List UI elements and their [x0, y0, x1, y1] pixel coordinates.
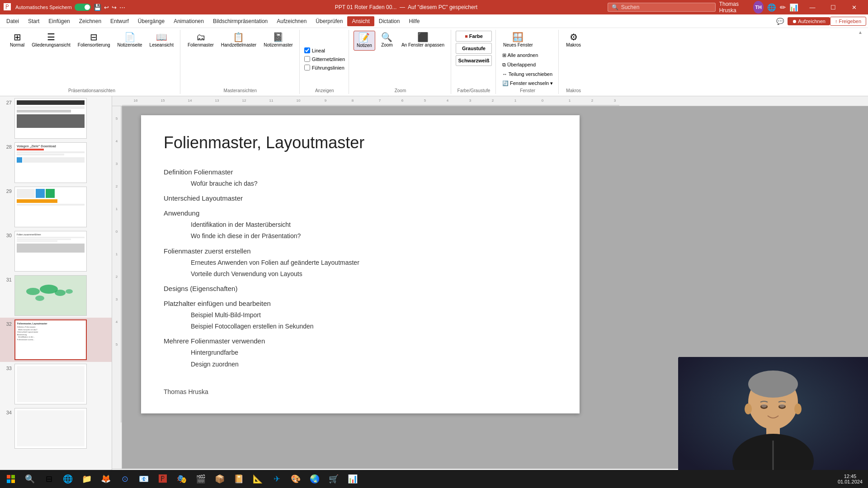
- graustufe-swatch[interactable]: Graustufe: [456, 43, 492, 54]
- slide-thumb-31[interactable]: 31: [0, 273, 112, 318]
- lineal-checkbox[interactable]: [304, 47, 310, 53]
- taskbar-onenote-btn[interactable]: 📔: [230, 471, 248, 487]
- ribbon-btn-zoom[interactable]: 🔍 Zoom: [377, 31, 397, 50]
- undo-icon[interactable]: ↩: [104, 4, 109, 11]
- ueberlappend-btn[interactable]: ⧉ Überlappend: [500, 61, 538, 69]
- autosave-toggle[interactable]: [75, 4, 91, 11]
- slide-thumb-28[interactable]: 28 Volagen „Ziele" Download: [0, 141, 112, 185]
- freigeben-button[interactable]: ↑ Freigeben: [830, 17, 866, 26]
- slide-thumb-30[interactable]: 30 Folien zusammenführen: [0, 229, 112, 273]
- slide-canvas[interactable]: Folienmaster, Layoutmaster Definition Fo…: [141, 115, 580, 413]
- farbe-swatch[interactable]: ■ Farbe: [456, 31, 492, 42]
- search-input[interactable]: [621, 4, 712, 10]
- slide-thumb-27[interactable]: 27: [0, 96, 112, 141]
- fuehr-checkbox[interactable]: [304, 65, 310, 70]
- taskbar-telegram-btn[interactable]: ✈: [268, 471, 286, 487]
- menu-aufzeichnen[interactable]: Aufzeichnen: [272, 16, 311, 26]
- menu-ansicht[interactable]: Ansicht: [347, 16, 374, 26]
- ribbon-btn-sortierung[interactable]: ⊟ Foliensortierung: [75, 31, 113, 50]
- ribbon-btn-anfenster[interactable]: ⬛ An Fenster anpassen: [399, 31, 447, 50]
- maximize-button[interactable]: ☐: [823, 0, 844, 14]
- ribbon-group-makros: ⚙ Makros Makros: [560, 30, 587, 94]
- slide-img-30[interactable]: Folien zusammenführen: [14, 231, 87, 272]
- teilung-btn[interactable]: ↔ Teilung verschieben: [500, 70, 554, 78]
- taskbar-ppt-btn[interactable]: 🅿: [154, 471, 172, 487]
- ribbon-btn-lesen[interactable]: 📖 Leseansicht: [147, 31, 176, 50]
- avatar[interactable]: TH: [753, 1, 764, 14]
- taskbar-browser2-btn[interactable]: 🌏: [306, 471, 324, 487]
- menu-hilfe[interactable]: Hilfe: [404, 16, 424, 26]
- taskbar-outlook-btn[interactable]: 📧: [135, 471, 153, 487]
- more-icon[interactable]: ⋯: [119, 4, 125, 11]
- menu-uebergaenge[interactable]: Übergänge: [133, 16, 169, 26]
- save-icon[interactable]: 💾: [94, 4, 101, 11]
- ribbon-btn-zoom-notizen[interactable]: 📝 Notizen: [354, 31, 375, 51]
- content-2: Unterschied Layoutmaster: [164, 192, 557, 204]
- ribbon-btn-normal[interactable]: ⊞ Normal: [7, 31, 27, 50]
- slide-img-29[interactable]: [14, 187, 87, 227]
- slide-img-32[interactable]: Folienmaster, Layoutmaster Definition Fo…: [14, 319, 87, 360]
- taskbar-excel-btn[interactable]: 📊: [344, 471, 362, 487]
- slide-thumb-34[interactable]: 34: [0, 406, 112, 450]
- taskbar-start-btn[interactable]: [2, 471, 20, 487]
- taskbar-visio-btn[interactable]: 📐: [249, 471, 267, 487]
- taskbar-firefox-btn[interactable]: 🦊: [97, 471, 115, 487]
- taskbar-pp-btn[interactable]: 🎭: [173, 471, 191, 487]
- gitter-checkbox[interactable]: [304, 56, 310, 62]
- svg-text:3: 3: [469, 99, 472, 103]
- search-box[interactable]: 🔍: [608, 3, 716, 12]
- aufzeichnen-button[interactable]: ⏺ Aufzeichnen: [788, 17, 830, 25]
- slide-img-33[interactable]: [14, 364, 87, 404]
- menu-bildschirm[interactable]: Bildschirmpräsentation: [208, 16, 272, 26]
- present-icon[interactable]: 📊: [789, 3, 798, 12]
- edit-icon[interactable]: ✏: [780, 3, 786, 12]
- menu-ueberpruefen[interactable]: Überprüfen: [311, 16, 347, 26]
- slide-thumb-29[interactable]: 29: [0, 185, 112, 229]
- ribbon-collapse-btn[interactable]: ▲: [856, 30, 864, 94]
- taskbar-explorer-btn[interactable]: 📁: [78, 471, 96, 487]
- menu-datei[interactable]: Datei: [2, 16, 24, 26]
- slide-thumb-32[interactable]: 32 Folienmaster, Layoutmaster Definition…: [0, 318, 112, 362]
- slide-img-28[interactable]: Volagen „Ziele" Download: [14, 142, 87, 183]
- checkbox-fuehr[interactable]: Führungslinien: [304, 64, 344, 71]
- taskbar-store-btn[interactable]: 🛒: [325, 471, 343, 487]
- taskbar-7zip-btn[interactable]: 📦: [211, 471, 229, 487]
- schwarzweiss-swatch[interactable]: Schwarzweiß: [456, 55, 492, 66]
- slide-thumb-33[interactable]: 33: [0, 362, 112, 406]
- menu-einfuegen[interactable]: Einfügen: [44, 16, 74, 26]
- menu-start[interactable]: Start: [24, 16, 44, 26]
- ribbon-btn-folienmaster[interactable]: 🗂 Folienmaster: [185, 31, 217, 50]
- menu-zeichnen[interactable]: Zeichnen: [75, 16, 106, 26]
- taskbar[interactable]: 🔍 ⊟ 🌐 📁 🦊 ⊙ 📧 🅿 🎭 🎬 📦 📔 📐 ✈ 🎨 🌏 🛒 📊 12:4…: [0, 470, 868, 488]
- slide-img-27[interactable]: [14, 98, 87, 139]
- menu-entwurf[interactable]: Entwurf: [106, 16, 133, 26]
- ribbon-btn-neues-fenster[interactable]: 🪟 Neues Fenster: [500, 31, 536, 50]
- globe-icon[interactable]: 🌐: [767, 3, 776, 12]
- ribbon-btn-handzettel[interactable]: 📋 Handzettelmaster: [218, 31, 259, 50]
- minimize-button[interactable]: —: [802, 0, 823, 14]
- checkbox-lineal[interactable]: Lineal: [304, 47, 325, 54]
- slide-img-31[interactable]: [14, 275, 87, 316]
- ribbon-btn-makros[interactable]: ⚙ Makros: [563, 31, 584, 50]
- close-button[interactable]: ✕: [844, 0, 864, 14]
- checkbox-gitter[interactable]: Gitternetzlinien: [304, 56, 345, 62]
- ribbon-btn-notizenmaster[interactable]: 📓 Notizenmaster: [261, 31, 295, 50]
- taskbar-search-btn[interactable]: 🔍: [21, 471, 39, 487]
- menu-dictation[interactable]: Dictation: [374, 16, 405, 26]
- ribbon-btn-gliederung[interactable]: ☰ Gliederungsansicht: [29, 31, 73, 50]
- slide-panel[interactable]: 27 28 Volagen „Ziele" Download: [0, 96, 112, 488]
- redo-icon[interactable]: ↪: [112, 4, 117, 11]
- fenster-wechseln-btn[interactable]: 🔄 Fenster wechseln ▾: [500, 80, 555, 87]
- ribbon-group-content-fenster: 🪟 Neues Fenster ⊞ Alle anordnen ⧉ Überla…: [500, 31, 555, 87]
- taskbar-edge-btn[interactable]: 🌐: [59, 471, 77, 487]
- taskbar-task-btn[interactable]: ⊟: [40, 471, 58, 487]
- ribbon-btn-notizen[interactable]: 📄 Notizenseite: [115, 31, 145, 50]
- menu-animationen[interactable]: Animationen: [169, 16, 208, 26]
- comment-icon[interactable]: 💬: [773, 16, 788, 27]
- notizenmaster-icon: 📓: [273, 33, 284, 42]
- slide-img-34[interactable]: [14, 408, 87, 449]
- taskbar-vlc-btn[interactable]: 🎬: [192, 471, 210, 487]
- taskbar-chrome-btn[interactable]: ⊙: [116, 471, 134, 487]
- taskbar-paint-btn[interactable]: 🎨: [287, 471, 305, 487]
- alle-anordnen-btn[interactable]: ⊞ Alle anordnen: [500, 52, 540, 59]
